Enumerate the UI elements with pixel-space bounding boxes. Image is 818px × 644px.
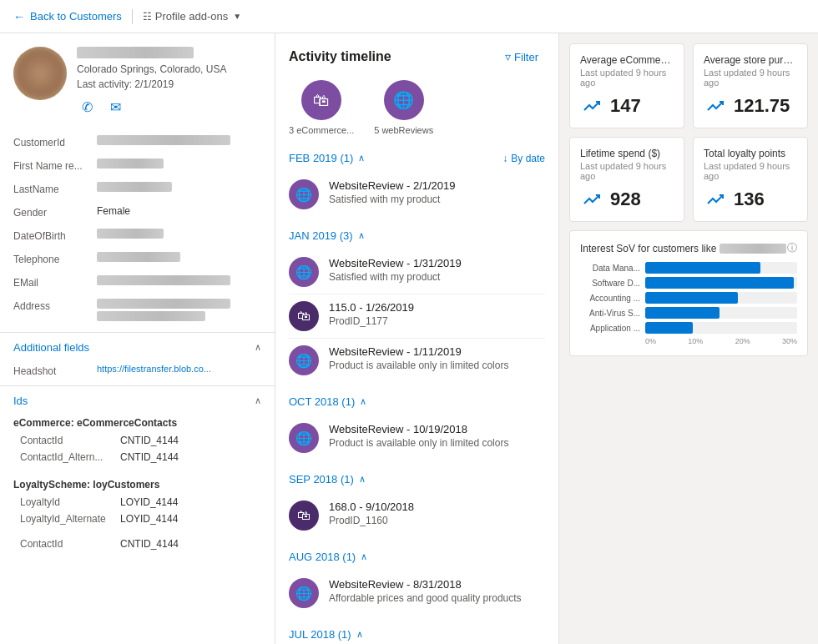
filter-button[interactable]: ▿ Filter — [498, 47, 545, 67]
timeline-item-title: WebsiteReview - 2/1/2019 — [329, 179, 545, 192]
bar-label: Software D... — [580, 279, 640, 288]
jul2018-chevron-icon: ∧ — [356, 629, 363, 640]
timeline-sort-btn[interactable]: ↓ By date — [502, 153, 545, 164]
field-label-headshot: Headshot — [13, 364, 97, 377]
timeline-item-sub: Product is available only in limited col… — [329, 437, 545, 449]
timeline-item-title: 168.0 - 9/10/2018 — [329, 501, 545, 513]
ids-label-contactid: ContactId — [20, 435, 120, 446]
field-row-address: Address — [13, 294, 261, 329]
field-row-headshot: Headshot https://filestransfer.blob.co..… — [13, 359, 261, 382]
timeline-dot: 🌐 — [289, 423, 319, 453]
timeline-item: 🌐 WebsiteReview - 2/1/2019 Satisfied wit… — [289, 173, 545, 216]
kpi-card-avg-ecommerce: Average eCommerc... Last updated 9 hours… — [569, 43, 684, 128]
timeline-group-jul2018-header[interactable]: JUL 2018 (1) ∧ — [289, 628, 545, 641]
timeline-group-jul2018: JUL 2018 (1) ∧ — [289, 628, 545, 641]
bar-fill — [645, 292, 738, 304]
ids-label-loyaltyid: LoyaltyId — [20, 496, 120, 508]
timeline-dot: 🌐 — [289, 257, 319, 287]
bar-bg — [645, 262, 797, 274]
timeline-item-sub: Product is available only in limited col… — [329, 360, 545, 371]
right-panel: Average eCommerc... Last updated 9 hours… — [559, 33, 818, 644]
field-value-headshot[interactable]: https://filestransfer.blob.co... — [97, 364, 261, 374]
profile-location: Colorado Springs, Colorado, USA — [77, 63, 261, 75]
kpi-value-avg-store: 121.75 — [734, 95, 790, 117]
timeline-group-aug2018-header[interactable]: AUG 2018 (1) ∧ — [289, 551, 545, 563]
field-value-email — [97, 275, 261, 287]
field-value-dob — [97, 229, 261, 240]
field-row-gender: Gender Female — [13, 200, 261, 224]
profile-addons-btn[interactable]: ☷ Profile add-ons ▼ — [143, 10, 241, 23]
kpi-title-lifetime-spend: Lifetime spend ($) — [580, 148, 674, 159]
ids-group-ecommerce-title: eCommerce: eCommerceContacts — [13, 412, 261, 432]
ids-label-loyaltyid-alt: LoyaltyId_Alternate — [20, 513, 120, 525]
jan2019-chevron-icon: ∧ — [358, 230, 365, 241]
bar-row: Application ... — [580, 322, 797, 334]
email-icon[interactable]: ✉ — [105, 97, 125, 117]
jan2019-label: JAN 2019 (3) — [289, 229, 353, 242]
bar-bg — [645, 292, 797, 304]
interest-bar-chart: Data Mana...Software D...Accounting ...A… — [580, 262, 797, 334]
ecommerce-label: 3 eCommerce... — [289, 125, 354, 135]
kpi-card-loyalty-points: Total loyalty points Last updated 9 hour… — [693, 137, 808, 222]
field-row-lastname: LastName — [13, 177, 261, 200]
timeline-group-feb2019: FEB 2019 (1) ∧ ↓ By date 🌐 WebsiteReview… — [289, 152, 545, 216]
timeline-group-sep2018-header[interactable]: SEP 2018 (1) ∧ — [289, 473, 545, 486]
field-label-address: Address — [13, 299, 97, 312]
timeline-group-feb2019-header[interactable]: FEB 2019 (1) ∧ ↓ By date — [289, 152, 545, 164]
activity-icon-ecommerce[interactable]: 🛍 3 eCommerce... — [289, 80, 354, 135]
timeline-item: 🌐 WebsiteReview - 1/11/2019 Product is a… — [289, 339, 545, 382]
x-label-20: 20% — [735, 337, 750, 345]
trend-up-icon-loyalty — [704, 188, 727, 211]
filter-label: Filter — [514, 51, 538, 63]
field-value-telephone — [97, 252, 261, 264]
bar-row: Software D... — [580, 277, 797, 289]
profile-name — [77, 47, 194, 58]
main-layout: Colorado Springs, Colorado, USA Last act… — [0, 33, 818, 644]
kpi-card-avg-store: Average store purch... Last updated 9 ho… — [693, 43, 808, 128]
x-label-0: 0% — [645, 337, 656, 345]
timeline-content: WebsiteReview - 2/1/2019 Satisfied with … — [329, 179, 545, 205]
timeline-item-title: WebsiteReview - 1/31/2019 — [329, 257, 545, 269]
avatar — [13, 47, 67, 100]
kpi-value-lifetime-spend: 928 — [610, 189, 641, 210]
timeline-dot: 🛍 — [289, 501, 319, 531]
sort-icon: ↓ — [502, 153, 507, 164]
kpi-value-avg-ecommerce: 147 — [610, 95, 641, 117]
timeline-content: WebsiteReview - 10/19/2018 Product is av… — [329, 423, 545, 449]
info-icon[interactable]: ⓘ — [787, 241, 797, 255]
kpi-subtitle-avg-store: Last updated 9 hours ago — [704, 68, 797, 88]
field-row-email: EMail — [13, 270, 261, 294]
field-row-dob: DateOfBirth — [13, 224, 261, 247]
back-arrow-icon: ← — [13, 10, 25, 23]
timeline-group-sep2018: SEP 2018 (1) ∧ 🛍 168.0 - 9/10/2018 ProdI… — [289, 473, 545, 537]
timeline-content: WebsiteReview - 8/31/2018 Affordable pri… — [329, 578, 545, 604]
timeline-group-jan2019-header[interactable]: JAN 2019 (3) ∧ — [289, 229, 545, 242]
bar-fill — [645, 322, 693, 334]
timeline-item-sub: ProdID_1177 — [329, 315, 545, 327]
timeline-dot: 🛍 — [289, 301, 319, 331]
kpi-subtitle-lifetime-spend: Last updated 9 hours ago — [580, 161, 674, 181]
additional-fields-section-header[interactable]: Additional fields ∧ — [0, 332, 275, 359]
ids-field-contactid-standalone: ContactId CNTID_4144 — [13, 536, 261, 552]
profile-header: Colorado Springs, Colorado, USA Last act… — [0, 33, 275, 130]
ids-group-loyalty: LoyaltyScheme: loyCustomers LoyaltyId LO… — [13, 474, 261, 527]
trend-up-icon-lifetime — [580, 188, 603, 211]
activity-title: Activity timeline — [289, 49, 391, 64]
ids-value-loyaltyid: LOYID_4144 — [120, 496, 178, 508]
activity-icon-webreviews[interactable]: 🌐 5 webReviews — [374, 80, 433, 135]
kpi-value-row-loyalty-points: 136 — [704, 188, 797, 211]
field-row-firstname: First Name re... — [13, 153, 261, 177]
back-to-customers-link[interactable]: ← Back to Customers — [13, 10, 122, 23]
timeline-group-oct2018-header[interactable]: OCT 2018 (1) ∧ — [289, 395, 545, 408]
phone-icon[interactable]: ✆ — [77, 97, 97, 117]
field-label-gender: Gender — [13, 205, 97, 219]
addons-chevron-icon: ▼ — [233, 12, 241, 21]
profile-activity: Last activity: 2/1/2019 — [77, 78, 261, 90]
field-value-customerid — [97, 135, 261, 147]
ids-field-contactid-alt: ContactId_Altern... CNTID_4144 — [13, 449, 261, 465]
field-label-lastname: LastName — [13, 182, 97, 195]
timeline-group-aug2018: AUG 2018 (1) ∧ 🌐 WebsiteReview - 8/31/20… — [289, 551, 545, 615]
timeline-dot-web: 🌐 — [289, 179, 319, 209]
ids-section-header[interactable]: Ids ∧ — [0, 385, 275, 412]
field-value-gender: Female — [97, 205, 261, 217]
